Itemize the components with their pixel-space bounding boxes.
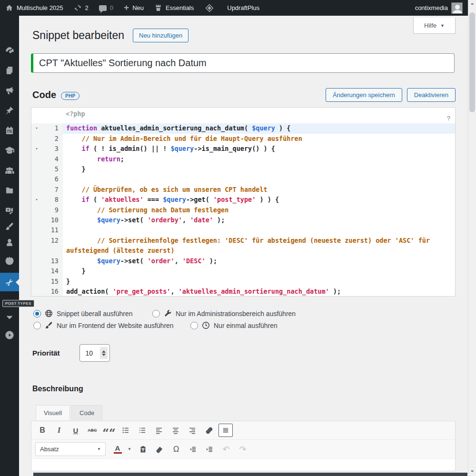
mce-toolbar-row-1: B I U ABC ““ xyxy=(31,421,455,440)
editor-help-icon[interactable]: ? xyxy=(447,113,450,123)
link-button[interactable] xyxy=(202,424,216,437)
tab-code[interactable]: Code xyxy=(71,405,102,420)
scope-option-frontend[interactable]: Nur im Frontend der Website ausführen xyxy=(33,321,190,330)
save-changes-button[interactable]: Änderungen speichern xyxy=(326,88,402,102)
radio-unselected[interactable] xyxy=(33,322,41,329)
sidebar-item-updraftplus[interactable] xyxy=(0,253,19,269)
paragraph-select-value: Absatz xyxy=(40,446,59,453)
sidebar-item-users[interactable] xyxy=(0,234,19,250)
align-left-button[interactable] xyxy=(152,424,166,437)
new-content-link[interactable]: + Neu xyxy=(119,0,149,16)
paragraph-format-select[interactable]: Absatz ▼ xyxy=(35,442,106,456)
code-line[interactable]: 7 // Überprüfen, ob es sich um unseren C… xyxy=(31,185,455,195)
sidebar-item-groups[interactable] xyxy=(0,162,19,178)
user-account-link[interactable]: contixmedia xyxy=(410,0,468,16)
updraftplus-u-icon xyxy=(4,256,15,266)
fold-arrow-icon[interactable]: ▾ xyxy=(31,123,42,133)
help-dropdown[interactable]: Hilfe ▼ xyxy=(413,18,456,34)
comment-count: 0 xyxy=(110,4,113,11)
add-new-button[interactable]: Neu hinzufügen xyxy=(133,29,188,42)
clear-formatting-button[interactable] xyxy=(152,443,167,456)
fold-arrow-icon[interactable]: ▾ xyxy=(31,144,42,154)
italic-button[interactable]: I xyxy=(52,424,66,437)
sidebar-item-appearance[interactable] xyxy=(0,218,19,235)
post-types-tooltip: POST TYPES xyxy=(2,300,34,307)
code-line[interactable]: 4 return; xyxy=(31,154,455,164)
code-line[interactable]: ▾8 if ( 'aktuelles' === $query->get( 'po… xyxy=(31,195,455,205)
line-number: 12 xyxy=(42,236,63,246)
undo-button[interactable]: ↶ xyxy=(219,443,233,456)
code-line[interactable]: ▾1function aktuelles_admin_sortierung_na… xyxy=(31,123,455,133)
align-center-button[interactable] xyxy=(169,424,183,437)
code-line[interactable]: 15} xyxy=(31,277,455,287)
outdent-button[interactable] xyxy=(186,443,200,456)
radio-unselected[interactable] xyxy=(152,310,160,317)
sidebar-item-calendar[interactable] xyxy=(0,122,19,139)
line-number: 5 xyxy=(42,164,63,174)
fold-arrow-icon[interactable]: ▾ xyxy=(31,195,42,205)
code-line[interactable]: 10 $query->set( 'orderby', 'date' ); xyxy=(31,215,455,225)
sidebar-item-courses[interactable] xyxy=(0,142,19,159)
toolbar-toggle-button[interactable] xyxy=(218,424,233,437)
sidebar-item-folder[interactable] xyxy=(0,182,19,198)
sidebar-item-collapse-menu[interactable] xyxy=(0,309,19,325)
code-line[interactable]: 2 // Nur im Admin-Bereich und für die Ha… xyxy=(31,134,455,144)
radio-unselected[interactable] xyxy=(190,322,198,329)
essentials-link[interactable]: Essentials xyxy=(149,0,199,16)
code-line[interactable]: 13 $query->set( 'order', 'DESC' ); xyxy=(31,256,455,266)
scrollbar-down-arrow[interactable]: ⌄ xyxy=(468,467,476,473)
sidebar-item-video-help[interactable] xyxy=(0,327,19,343)
brush-icon xyxy=(44,321,53,330)
text-color-button[interactable]: A xyxy=(112,445,123,454)
radio-selected[interactable] xyxy=(33,310,41,317)
toolbar-toggle-icon xyxy=(222,426,229,434)
scrollbar-up-arrow[interactable]: ⌃ xyxy=(468,2,476,9)
description-content-area[interactable] xyxy=(31,459,455,471)
bold-button[interactable]: B xyxy=(35,424,50,437)
scope-option-once[interactable]: Nur einmal ausführen xyxy=(190,321,278,330)
blockquote-button[interactable]: ““ xyxy=(102,424,116,437)
paste-as-text-button[interactable] xyxy=(136,443,150,456)
redo-button[interactable]: ↷ xyxy=(236,443,250,456)
scope-option-everywhere[interactable]: Snippet überall ausführen xyxy=(33,309,152,318)
code-line[interactable]: 12 // Sortierreihenfolge festlegen: 'DES… xyxy=(31,236,455,256)
sidebar-item-dashboard[interactable] xyxy=(0,42,19,59)
text-color-caret[interactable]: ▼ xyxy=(126,443,133,456)
underline-button[interactable]: U xyxy=(69,424,83,437)
update-count: 2 xyxy=(85,4,89,11)
code-line[interactable]: 11 xyxy=(31,225,455,235)
sidebar-item-pinned-posts[interactable] xyxy=(0,102,19,119)
code-line[interactable]: 16add_action( 'pre_get_posts', 'aktuelle… xyxy=(31,287,455,297)
window-scrollbar[interactable]: ⌃ ⌄ xyxy=(468,0,476,476)
code-line[interactable]: 14 } xyxy=(31,266,455,276)
priority-stepper[interactable] xyxy=(100,347,108,359)
code-editor[interactable]: ? <?php ▾1function aktuelles_admin_sorti… xyxy=(31,107,456,297)
sidebar-item-pages[interactable] xyxy=(0,62,19,79)
line-number: 1 xyxy=(42,123,63,133)
clock-icon xyxy=(201,321,210,330)
strikethrough-button[interactable]: ABC xyxy=(85,424,99,437)
comments-link[interactable]: 0 xyxy=(94,0,119,16)
scrollbar-thumb[interactable] xyxy=(469,12,475,112)
sidebar-item-media[interactable] xyxy=(0,202,19,218)
bullet-list-button[interactable] xyxy=(119,424,133,437)
tab-visual[interactable]: Visuell xyxy=(36,405,70,420)
deactivate-button[interactable]: Deaktivieren xyxy=(407,88,456,102)
special-character-button[interactable]: Ω xyxy=(169,443,183,456)
code-line[interactable]: 9 // Sortierung nach Datum festlegen xyxy=(31,205,455,215)
scope-option-admin[interactable]: Nur im Administrationsbereich ausführen xyxy=(152,309,296,318)
numbered-list-button[interactable] xyxy=(135,424,149,437)
site-home-link[interactable]: Multischule 2025 xyxy=(0,0,69,16)
user-avatar xyxy=(451,2,463,14)
align-right-button[interactable] xyxy=(185,424,199,437)
comments-icon xyxy=(99,5,107,11)
snippet-title-input[interactable] xyxy=(31,53,455,73)
updraftplus-link[interactable]: UpdraftPlus xyxy=(199,0,265,16)
sidebar-item-snippets-active[interactable]: ✂ xyxy=(0,273,19,291)
code-line[interactable]: 5 } xyxy=(31,164,455,174)
updates-link[interactable]: 2 xyxy=(69,0,94,16)
code-line[interactable]: ▾3 if ( ! is_admin() || ! $query->is_mai… xyxy=(31,144,455,154)
indent-button[interactable] xyxy=(202,443,217,456)
sidebar-item-announcements[interactable] xyxy=(0,82,19,99)
code-line[interactable]: 6 xyxy=(31,174,455,184)
